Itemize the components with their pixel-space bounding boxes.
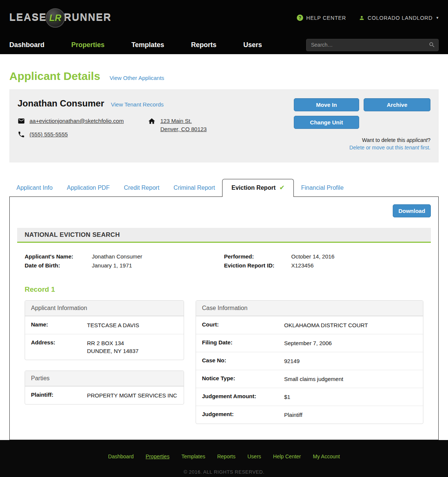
search-input[interactable] [306,39,439,51]
summary-value: X123456 [291,261,314,270]
delete-note-text: Want to delete this [362,137,407,143]
row-value: 92149 [284,357,300,365]
footer-link-my-account[interactable]: My Account [313,453,340,459]
row-value: OKLAHAOMA DISTRICT COURT [284,321,368,329]
table-row: Address: RR 2 BOX 134 DUNDEE, NY 14837 [25,334,184,360]
archive-button[interactable]: Archive [364,98,430,111]
logo-badge-text: LR [49,13,61,23]
record-title: Record 1 [25,285,423,294]
phone-row: (555) 555-5555 [18,130,124,139]
eviction-report-panel: Download NATIONAL EVICTION SEARCH Applic… [9,196,439,440]
tab-eviction-report[interactable]: Eviction Report ✔ [222,179,294,197]
copyright-text: © 2016. ALL RIGHTS RESERVED. [184,469,265,475]
footer-link-properties[interactable]: Properties [146,453,169,459]
row-value: September 7, 2006 [284,339,332,347]
page-title-row: Applicant Details View Other Applicants [9,70,439,83]
summary-label: Performed: [224,253,291,261]
row-label: Judgement Amount: [202,393,284,401]
national-eviction-search-header: NATIONAL EVICTION SEARCH [17,228,431,243]
nav-item-templates[interactable]: Templates [131,41,164,49]
chevron-down-icon: ▾ [436,15,439,20]
applicant-email-link[interactable]: aa+evictionjonathan@sketchfolio.com [29,117,124,125]
header-utility-nav: ? HELP CENTER COLORADO LANDLORD ▾ [297,15,439,21]
summary-label: Applicant's Name: [25,253,92,261]
case-information-table: Case Information Court: OKLAHAOMA DISTRI… [196,300,423,424]
table-row: Judgement: Plaintiff [196,406,423,424]
help-center-label: HELP CENTER [306,15,346,21]
nav-item-reports[interactable]: Reports [191,41,217,49]
delete-link-suffix: first. [419,145,430,151]
footer-link-templates[interactable]: Templates [181,453,205,459]
logo-text-runner: RUNNER [64,12,112,24]
help-center-link[interactable]: ? HELP CENTER [297,15,346,21]
row-label: Address: [31,339,87,355]
logo-text-lease: LEASE [9,12,47,24]
search-box [306,39,439,51]
footer-link-users[interactable]: Users [248,453,261,459]
summary-label: Eviction Report ID: [224,261,291,270]
footer-link-help-center[interactable]: Help Center [273,453,301,459]
row-label: Case No: [202,357,284,365]
table-row: Name: TESTCASE A DAVIS [25,316,184,334]
delete-link-text: Delete or move out this [349,145,405,151]
view-other-applicants-link[interactable]: View Other Applicants [109,75,164,81]
tab-financial-profile[interactable]: Financial Profile [294,180,351,196]
summary-eviction-report-id: Eviction Report ID: X123456 [224,261,423,270]
primary-nav: Dashboard Properties Templates Reports U… [0,35,448,54]
row-value: TESTCASE A DAVIS [87,321,139,329]
email-row: aa+evictionjonathan@sketchfolio.com [18,117,124,125]
report-summary: Applicant's Name: Jonathan Consumer Date… [25,253,423,270]
app-footer: Dashboard Properties Templates Reports U… [0,440,448,477]
view-tenant-records-link[interactable]: View Tenant Records [111,101,164,108]
tab-criminal-report[interactable]: Criminal Report [167,180,222,196]
row-value: $1 [284,393,290,401]
search-icon[interactable] [429,41,435,50]
phone-icon [18,131,25,138]
applicant-phone-link[interactable]: (555) 555-5555 [29,130,68,139]
move-in-button[interactable]: Move In [294,98,359,111]
summary-value: Jonathan Consumer [92,253,142,261]
question-circle-icon: ? [297,15,303,21]
leaserunner-logo[interactable]: LEASE LR RUNNER [9,8,112,28]
footer-nav: Dashboard Properties Templates Reports U… [108,453,340,459]
address-row: 123 Main St. Denver, CO 80123 [148,117,206,133]
table-row: Case No: 92149 [196,352,423,370]
case-information-title: Case Information [196,301,423,316]
summary-performed: Performed: October 14, 2016 [224,253,423,261]
user-icon [359,15,365,21]
table-row: Notice Type: Small claims judgement [196,370,423,388]
tab-applicant-info[interactable]: Applicant Info [9,180,60,196]
table-row: Filing Date: September 7, 2006 [196,334,423,352]
summary-value: January 1, 1971 [92,261,132,270]
applicant-information-table: Applicant Information Name: TESTCASE A D… [25,300,184,360]
applicant-address-link[interactable]: 123 Main St. Denver, CO 80123 [160,117,206,133]
applicant-summary-card: Jonathan Consumer View Tenant Records aa… [9,89,439,162]
summary-date-of-birth: Date of Birth: January 1, 1971 [25,261,224,270]
row-value: RR 2 BOX 134 DUNDEE, NY 14837 [87,339,139,355]
download-button[interactable]: Download [393,204,431,217]
change-unit-button[interactable]: Change Unit [294,116,359,129]
applicant-actions: Move In Archive Change Unit Want to dele… [294,98,430,151]
applicant-identity: Jonathan Consumer View Tenant Records aa… [18,98,207,151]
nav-item-dashboard[interactable]: Dashboard [9,41,44,49]
parties-title: Parties [25,371,184,386]
footer-link-dashboard[interactable]: Dashboard [108,453,134,459]
parties-table: Parties Plaintiff: PROPERTY MGMT SERVICE… [25,371,184,405]
delete-or-move-out-link[interactable]: Delete or move out this tenant first. [349,145,430,151]
nav-item-users[interactable]: Users [243,41,262,49]
nav-item-properties[interactable]: Properties [71,41,105,49]
user-account-dropdown[interactable]: COLORADO LANDLORD ▾ [359,15,439,21]
tab-eviction-report-label: Eviction Report [231,185,276,191]
tab-credit-report[interactable]: Credit Report [117,180,167,196]
check-icon: ✔ [279,184,284,192]
applicant-contact-info: aa+evictionjonathan@sketchfolio.com (555… [18,117,207,139]
table-row: Judgement Amount: $1 [196,388,423,406]
record-1: Applicant Information Name: TESTCASE A D… [25,300,423,424]
home-icon [148,117,156,125]
header-top-row: LEASE LR RUNNER ? HELP CENTER COLORADO L… [0,0,448,35]
row-value: Plaintiff [284,411,302,419]
summary-label: Date of Birth: [25,261,92,270]
footer-link-reports[interactable]: Reports [217,453,236,459]
user-menu-label: COLORADO LANDLORD [368,15,433,21]
tab-application-pdf[interactable]: Application PDF [60,180,117,196]
